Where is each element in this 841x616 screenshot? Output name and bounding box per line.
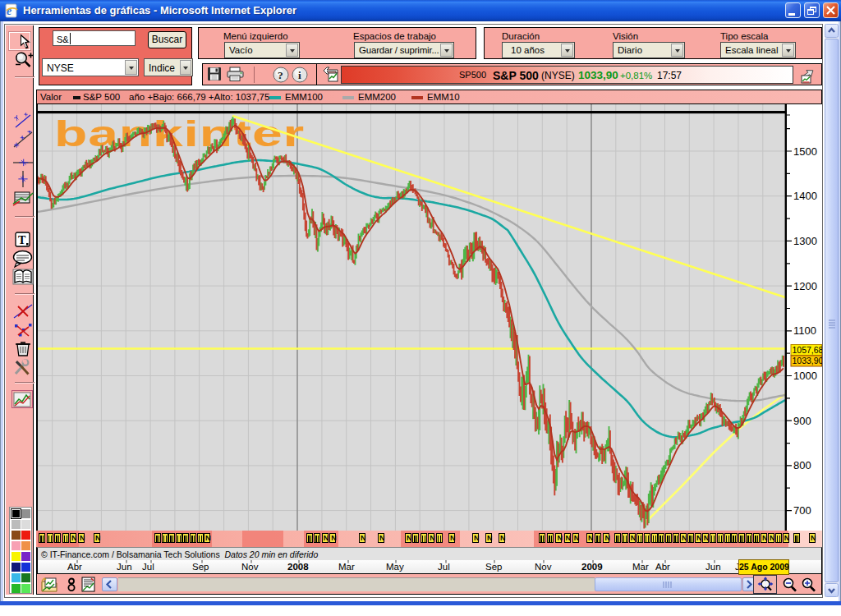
svg-text:bankinter: bankinter bbox=[54, 113, 305, 154]
svg-text:i: i bbox=[298, 69, 301, 81]
svg-text:1400: 1400 bbox=[793, 190, 817, 202]
svg-text:700: 700 bbox=[793, 504, 811, 517]
svg-text:1033,90: 1033,90 bbox=[793, 356, 823, 365]
svg-text:800: 800 bbox=[793, 459, 811, 471]
svg-text:1500: 1500 bbox=[793, 145, 817, 158]
svg-text:1057,68: 1057,68 bbox=[793, 345, 823, 355]
svg-text:1200: 1200 bbox=[793, 280, 817, 292]
svg-text:1300: 1300 bbox=[793, 235, 817, 247]
svg-text:?: ? bbox=[278, 69, 283, 81]
svg-text:T: T bbox=[18, 234, 26, 246]
svg-text:e: e bbox=[7, 5, 11, 17]
svg-text:900: 900 bbox=[793, 415, 811, 427]
svg-text:1100: 1100 bbox=[793, 324, 816, 337]
svg-text:1000: 1000 bbox=[793, 370, 817, 382]
